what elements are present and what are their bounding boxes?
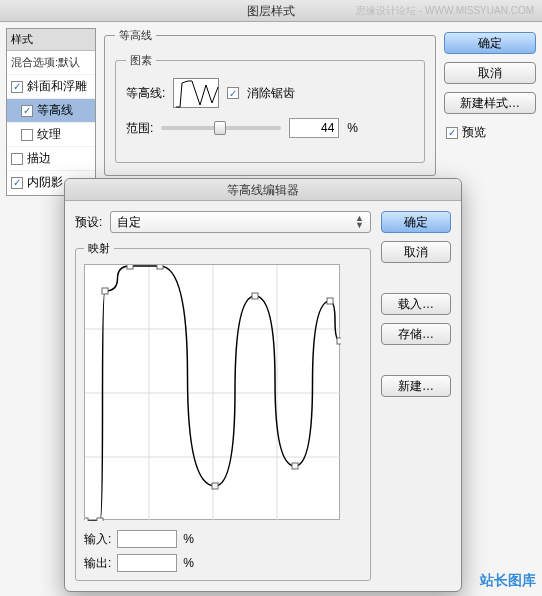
svg-rect-13	[292, 463, 298, 469]
sidebar-item-2[interactable]: 纹理	[7, 122, 95, 146]
contour-group: 等高线 图素 等高线: ✓ 消除锯齿 范围: %	[104, 28, 436, 176]
svg-rect-6	[85, 518, 88, 521]
elements-group: 图素 等高线: ✓ 消除锯齿 范围: %	[115, 53, 425, 163]
editor-ok-button[interactable]: 确定	[381, 211, 451, 233]
svg-rect-9	[127, 265, 133, 269]
sidebar-checkbox[interactable]: ✓	[11, 177, 23, 189]
svg-rect-14	[327, 298, 333, 304]
preset-value: 自定	[117, 214, 141, 231]
sidebar-header: 样式	[7, 29, 95, 51]
sidebar-item-label: 斜面和浮雕	[27, 78, 87, 95]
editor-save-button[interactable]: 存储…	[381, 323, 451, 345]
watermark-bottom: 站长图库	[480, 572, 536, 590]
output-unit: %	[183, 556, 194, 570]
input-unit: %	[183, 532, 194, 546]
mapping-group: 映射 输入: % 输出: %	[75, 241, 371, 581]
sidebar-item-label: 纹理	[37, 126, 61, 143]
editor-new-button[interactable]: 新建…	[381, 375, 451, 397]
input-field[interactable]	[117, 530, 177, 548]
editor-titlebar: 等高线编辑器	[65, 179, 461, 201]
watermark-top: 思缘设计论坛 - WWW.MISSYUAN.COM	[356, 4, 534, 18]
preview-label: 预览	[462, 124, 486, 141]
range-unit: %	[347, 121, 358, 135]
range-input[interactable]	[289, 118, 339, 138]
svg-rect-7	[97, 518, 103, 521]
mapping-label: 映射	[84, 241, 114, 256]
sidebar-item-label: 描边	[27, 150, 51, 167]
preview-checkbox[interactable]: ✓	[446, 127, 458, 139]
new-style-button[interactable]: 新建样式…	[444, 92, 536, 114]
styles-sidebar: 样式 混合选项:默认 ✓斜面和浮雕✓等高线纹理描边✓内阴影	[6, 28, 96, 196]
editor-load-button[interactable]: 载入…	[381, 293, 451, 315]
contour-settings: 等高线 图素 等高线: ✓ 消除锯齿 范围: %	[104, 28, 436, 196]
window-title: 图层样式	[247, 4, 295, 18]
preset-label: 预设:	[75, 214, 102, 231]
sidebar-item-label: 等高线	[37, 102, 73, 119]
svg-rect-12	[252, 293, 258, 299]
contour-editor-dialog: 等高线编辑器 预设: 自定 ▲▼ 映射	[64, 178, 462, 592]
editor-buttons: 确定 取消 载入… 存储… 新建…	[381, 211, 451, 581]
sidebar-checkbox[interactable]: ✓	[11, 81, 23, 93]
cancel-button[interactable]: 取消	[444, 62, 536, 84]
range-label: 范围:	[126, 120, 153, 137]
output-field[interactable]	[117, 554, 177, 572]
sidebar-checkbox[interactable]	[21, 129, 33, 141]
sidebar-checkbox[interactable]	[11, 153, 23, 165]
svg-rect-10	[157, 265, 163, 269]
blend-options[interactable]: 混合选项:默认	[7, 51, 95, 74]
ok-button[interactable]: 确定	[444, 32, 536, 54]
input-label: 输入:	[84, 531, 111, 548]
chevron-updown-icon: ▲▼	[355, 215, 364, 229]
editor-cancel-button[interactable]: 取消	[381, 241, 451, 263]
contour-group-label: 等高线	[115, 28, 156, 43]
curve-editor[interactable]	[84, 264, 340, 520]
antialias-checkbox[interactable]: ✓	[227, 87, 239, 99]
antialias-label: 消除锯齿	[247, 85, 295, 102]
sidebar-item-0[interactable]: ✓斜面和浮雕	[7, 74, 95, 98]
sidebar-item-label: 内阴影	[27, 174, 63, 191]
main-panel: 样式 混合选项:默认 ✓斜面和浮雕✓等高线纹理描边✓内阴影 等高线 图素 等高线…	[0, 22, 542, 202]
output-label: 输出:	[84, 555, 111, 572]
range-slider-thumb[interactable]	[214, 121, 226, 135]
svg-rect-15	[337, 338, 341, 344]
sidebar-item-1[interactable]: ✓等高线	[7, 98, 95, 122]
svg-rect-11	[212, 483, 218, 489]
svg-rect-8	[102, 288, 108, 294]
contour-thumbnail[interactable]	[173, 78, 219, 108]
contour-label: 等高线:	[126, 85, 165, 102]
right-buttons: 确定 取消 新建样式… ✓ 预览	[444, 28, 536, 196]
range-slider[interactable]	[161, 126, 281, 130]
editor-title: 等高线编辑器	[227, 183, 299, 197]
elements-label: 图素	[126, 53, 156, 68]
sidebar-checkbox[interactable]: ✓	[21, 105, 33, 117]
sidebar-item-3[interactable]: 描边	[7, 146, 95, 170]
preset-select[interactable]: 自定 ▲▼	[110, 211, 371, 233]
